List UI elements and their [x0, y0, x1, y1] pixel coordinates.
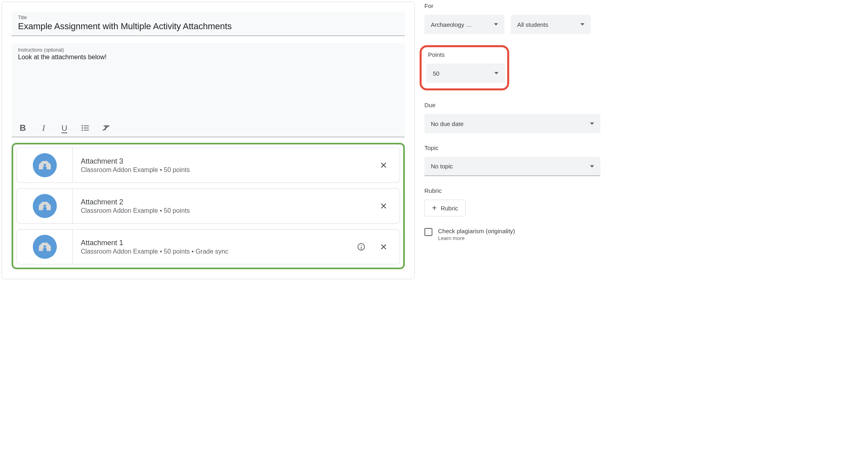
attachment-info-button[interactable] — [353, 239, 369, 255]
svg-rect-1 — [84, 126, 89, 126]
rubric-label: Rubric — [424, 187, 600, 194]
chevron-down-icon — [494, 72, 498, 74]
attachment-card[interactable]: Attachment 3 Classroom Addon Example • 5… — [16, 148, 400, 183]
remove-attachment-button[interactable] — [376, 239, 392, 255]
chevron-down-icon — [494, 23, 498, 26]
points-highlight: Points 50 — [420, 45, 509, 90]
remove-attachment-button[interactable] — [376, 157, 392, 173]
due-label: Due — [424, 102, 600, 108]
plagiarism-label: Check plagiarism (originality) — [438, 228, 515, 234]
attachment-subtitle: Classroom Addon Example • 50 points — [81, 166, 369, 174]
attachment-thumbnail — [17, 189, 73, 223]
chevron-down-icon — [580, 23, 584, 26]
attachment-title: Attachment 2 — [81, 198, 369, 206]
instructions-value: Look at the attachments below! — [18, 54, 398, 61]
chevron-down-icon — [590, 165, 594, 168]
plagiarism-checkbox[interactable] — [424, 228, 432, 236]
assignment-editor-card: Title Example Assignment with Multiple A… — [2, 2, 415, 279]
instructions-label: Instructions (optional) — [18, 47, 398, 53]
title-field[interactable]: Title Example Assignment with Multiple A… — [12, 12, 405, 36]
students-select[interactable]: All students — [511, 15, 591, 34]
attachment-thumbnail — [17, 148, 73, 182]
italic-button[interactable]: I — [39, 123, 48, 133]
plus-icon: + — [432, 204, 437, 212]
attachment-subtitle: Classroom Addon Example • 50 points • Gr… — [81, 248, 347, 255]
remove-attachment-button[interactable] — [376, 198, 392, 214]
for-label: For — [424, 2, 600, 9]
instructions-field[interactable]: Instructions (optional) Look at the atta… — [12, 43, 405, 119]
clear-formatting-button[interactable] — [101, 123, 111, 133]
learn-more-link[interactable]: Learn more — [438, 235, 515, 241]
add-rubric-button[interactable]: + Rubric — [424, 200, 466, 216]
addon-icon — [33, 235, 57, 259]
attachments-highlight: Attachment 3 Classroom Addon Example • 5… — [12, 143, 405, 269]
svg-point-0 — [82, 125, 83, 126]
addon-icon — [33, 194, 57, 218]
attachment-title: Attachment 3 — [81, 157, 369, 166]
title-label: Title — [18, 15, 398, 20]
title-value: Example Assignment with Multiple Activit… — [18, 21, 398, 32]
topic-select[interactable]: No topic — [424, 157, 600, 176]
svg-rect-5 — [84, 130, 89, 131]
points-select[interactable]: 50 — [426, 64, 505, 83]
formatting-toolbar: B I U — [12, 119, 405, 137]
attachment-card[interactable]: Attachment 2 Classroom Addon Example • 5… — [16, 188, 400, 224]
points-label: Points — [428, 51, 502, 58]
bold-button[interactable]: B — [18, 123, 28, 133]
class-select[interactable]: Archaeology … — [424, 15, 504, 34]
chevron-down-icon — [590, 122, 594, 125]
attachment-card[interactable]: Attachment 1 Classroom Addon Example • 5… — [16, 229, 400, 264]
svg-point-4 — [82, 130, 83, 131]
due-date-select[interactable]: No due date — [424, 114, 600, 133]
attachment-title: Attachment 1 — [81, 239, 347, 247]
addon-icon — [33, 153, 57, 177]
settings-sidebar: For Archaeology … All students Points 50 — [424, 2, 600, 279]
topic-label: Topic — [424, 144, 600, 151]
attachment-subtitle: Classroom Addon Example • 50 points — [81, 207, 369, 214]
underline-button[interactable]: U — [60, 123, 69, 133]
svg-rect-3 — [84, 128, 89, 128]
svg-point-2 — [82, 127, 83, 128]
bullet-list-button[interactable] — [80, 123, 90, 133]
attachment-thumbnail — [17, 230, 73, 264]
